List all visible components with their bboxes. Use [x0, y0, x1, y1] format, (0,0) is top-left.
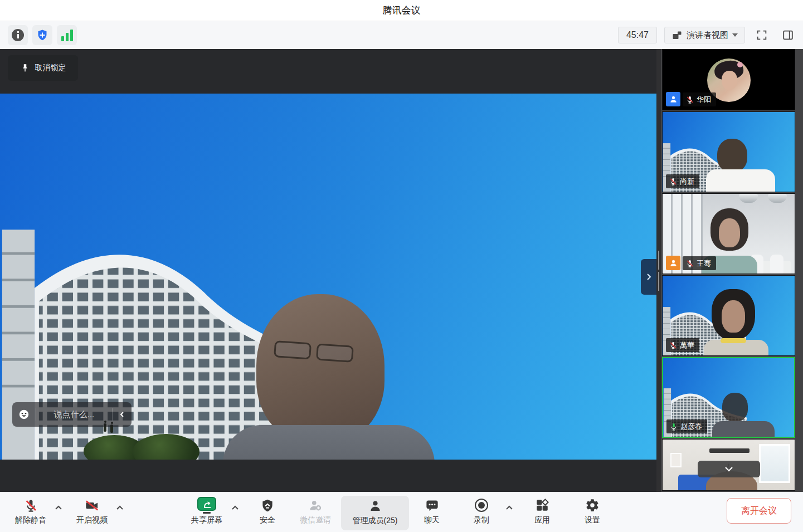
record-button[interactable]: 录制	[457, 497, 506, 529]
speaker-head	[256, 294, 385, 443]
mic-muted-icon	[669, 341, 678, 350]
meeting-timer: 45:47	[618, 27, 657, 43]
participant-name: 萬華	[680, 340, 694, 350]
security-label: 安全	[260, 515, 275, 525]
quick-chat-bar[interactable]: 说点什么...	[12, 402, 132, 427]
share-screen-button[interactable]: 共享屏幕	[182, 497, 231, 529]
participant-face	[719, 218, 740, 247]
mic-on-icon	[669, 422, 678, 431]
chair-shape	[770, 255, 783, 274]
network-signal-icon	[61, 29, 73, 41]
main-area: 取消锁定 说点什么...	[0, 49, 803, 492]
settings-button[interactable]: 设置	[568, 497, 617, 529]
chat-input-placeholder[interactable]: 说点什么...	[42, 409, 106, 420]
participant-tile[interactable]: 华阳	[662, 49, 795, 110]
speaker-silhouette	[223, 294, 435, 460]
fullscreen-icon	[756, 29, 768, 41]
camera-off-icon	[84, 498, 100, 513]
participant-tile[interactable]: 王骞	[662, 193, 795, 274]
view-mode-dropdown[interactable]: 演讲者视图	[664, 27, 745, 43]
unlock-label: 取消锁定	[35, 63, 66, 73]
divider	[36, 408, 36, 421]
participant-name: 华阳	[697, 95, 711, 105]
divider	[112, 408, 113, 421]
lamp-shape	[768, 194, 787, 203]
leave-meeting-button[interactable]: 离开会议	[727, 498, 791, 524]
wechat-invite-label: 微信邀请	[300, 515, 331, 525]
bottom-toolbar: 解除静音 开启视频	[0, 492, 803, 532]
participant-tile[interactable]: 尚新	[662, 111, 795, 192]
record-options-chevron[interactable]	[505, 504, 514, 511]
participant-name: 尚新	[680, 177, 694, 187]
scroll-participants-down-button[interactable]	[698, 461, 760, 477]
picture-frame-shape	[670, 453, 682, 467]
person-add-icon	[308, 498, 323, 513]
speaker-shoulders	[223, 425, 435, 460]
security-button[interactable]: 安全	[243, 497, 292, 529]
meeting-protect-button[interactable]	[32, 25, 52, 45]
person-icon	[368, 499, 383, 514]
start-video-button[interactable]: 开启视频	[67, 497, 116, 529]
unlock-pin-button[interactable]: 取消锁定	[8, 55, 78, 81]
participant-name-pill: 尚新	[666, 174, 699, 188]
chevron-down-icon	[723, 465, 734, 473]
chat-bubble-icon	[425, 498, 440, 513]
smiley-icon[interactable]	[18, 408, 30, 421]
panel-resize-handle[interactable]	[656, 49, 661, 492]
speaker-view-icon	[671, 30, 683, 41]
top-toolbar-left	[8, 25, 77, 45]
side-panel-icon	[782, 29, 794, 41]
unmute-label: 解除静音	[15, 515, 46, 525]
glasses-shape	[274, 340, 354, 363]
share-options-chevron[interactable]	[231, 504, 240, 511]
participant-head	[722, 393, 748, 422]
settings-label: 设置	[585, 515, 600, 525]
mic-muted-icon	[23, 498, 38, 513]
lamp-shape	[739, 194, 758, 203]
side-panel-button[interactable]	[778, 27, 797, 43]
person-icon	[669, 258, 678, 268]
manage-members-button[interactable]: 管理成员(25)	[341, 496, 409, 530]
monitor-stand-shape	[203, 512, 211, 514]
ceiling-light-shape	[709, 448, 750, 453]
chevron-down-icon	[732, 33, 738, 37]
participant-name: 王骞	[697, 258, 711, 269]
fullscreen-button[interactable]	[752, 27, 771, 43]
participant-name-pill: 赵彦春	[666, 419, 707, 433]
wechat-invite-button[interactable]: 微信邀请	[291, 497, 340, 529]
participant-head	[717, 139, 747, 172]
participant-body	[706, 169, 775, 192]
participant-tile-partial[interactable]	[662, 439, 795, 491]
participant-name-pill: 萬華	[666, 338, 699, 352]
chat-label: 聊天	[424, 515, 440, 525]
unmute-button[interactable]: 解除静音	[6, 497, 55, 529]
mic-muted-icon	[685, 95, 694, 104]
share-screen-label: 共享屏幕	[191, 515, 222, 525]
avatar-face-shape	[722, 71, 737, 90]
person-icon	[669, 95, 678, 104]
gear-icon	[585, 498, 600, 513]
pin-icon	[20, 63, 30, 73]
host-badge	[666, 92, 680, 106]
participant-tile[interactable]: 萬華	[662, 275, 795, 356]
collapse-sidebar-handle[interactable]	[641, 259, 656, 295]
record-icon	[475, 499, 488, 512]
participant-name: 赵彦春	[680, 422, 702, 432]
apps-button[interactable]: 应用	[518, 497, 567, 529]
audio-options-chevron[interactable]	[54, 504, 63, 511]
apps-grid-icon	[535, 498, 549, 513]
title-bar: 腾讯会议	[0, 0, 803, 21]
network-quality-button[interactable]	[57, 25, 77, 45]
collar-shape	[721, 338, 746, 343]
participant-tile-active-speaker[interactable]: 赵彦春	[662, 357, 795, 438]
chat-button[interactable]: 聊天	[407, 497, 456, 529]
apps-label: 应用	[534, 515, 550, 525]
chevron-left-icon[interactable]	[118, 411, 126, 418]
mic-muted-icon	[669, 177, 678, 186]
meeting-info-icon	[12, 29, 24, 41]
participants-sidebar: 华阳 尚新	[661, 49, 803, 492]
meeting-info-button[interactable]	[8, 25, 28, 45]
top-toolbar-right: 45:47 演讲者视图	[618, 27, 797, 43]
video-options-chevron[interactable]	[115, 504, 124, 511]
participant-face	[722, 300, 745, 333]
